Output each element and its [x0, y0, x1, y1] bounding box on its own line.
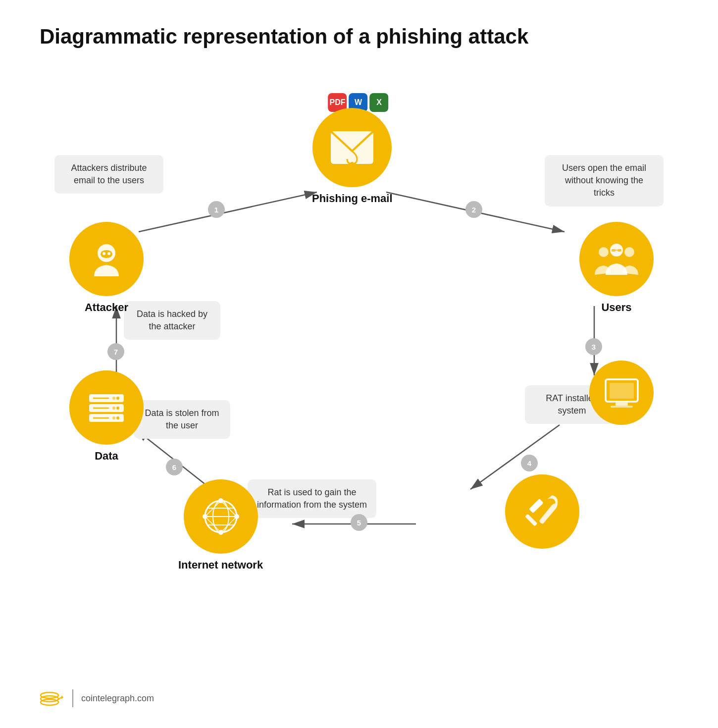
node-computer [589, 361, 654, 425]
svg-rect-23 [615, 403, 628, 406]
svg-rect-24 [611, 406, 633, 408]
node-phishing-email: PDF W X Phishing e-mail [312, 108, 393, 205]
svg-point-16 [599, 247, 609, 257]
users-label: Users [601, 301, 631, 314]
step-badge-1: 1 [208, 201, 225, 218]
step-badge-4: 4 [521, 455, 538, 471]
svg-rect-19 [617, 249, 621, 252]
computer-circle [589, 361, 654, 425]
svg-rect-26 [525, 514, 537, 526]
svg-marker-55 [61, 695, 63, 699]
callout-step6: Data is stolen from the user [134, 400, 230, 439]
node-users: Users [579, 222, 654, 314]
node-rat-tools [505, 474, 579, 549]
footer-site: cointelegraph.com [81, 693, 154, 704]
svg-point-14 [107, 252, 110, 255]
callout-step1: Attackers distribute email to the users [54, 155, 163, 194]
step-badge-7: 7 [107, 343, 124, 360]
data-label: Data [95, 450, 118, 463]
node-data: Data [69, 370, 144, 463]
excel-badge: X [369, 93, 388, 112]
callout-step2: Users open the email without knowing the… [545, 155, 664, 207]
phishing-email-label: Phishing e-mail [312, 192, 393, 205]
svg-point-47 [116, 416, 119, 419]
svg-rect-25 [529, 499, 544, 514]
internet-network-label: Internet network [178, 559, 263, 572]
footer-logo-icon [40, 688, 64, 708]
data-circle [69, 370, 144, 445]
internet-network-circle [184, 479, 258, 554]
step-badge-6: 6 [166, 459, 183, 475]
node-internet-network: Internet network [178, 479, 263, 572]
svg-rect-18 [612, 249, 615, 252]
footer: cointelegraph.com [40, 688, 154, 708]
svg-rect-22 [610, 383, 634, 399]
svg-point-43 [116, 397, 119, 400]
step-badge-3: 3 [585, 338, 602, 355]
users-circle [579, 222, 654, 296]
step-badge-2: 2 [465, 201, 482, 218]
node-attacker: Attacker [69, 222, 144, 314]
svg-line-2 [139, 192, 317, 232]
page-title: Diagrammatic representation of a phishin… [40, 25, 678, 49]
svg-point-48 [112, 416, 115, 419]
step-badge-5: 5 [351, 514, 367, 531]
attacker-circle [69, 222, 144, 296]
svg-point-44 [112, 397, 115, 400]
svg-point-17 [624, 247, 634, 257]
rat-tools-circle [505, 474, 579, 549]
footer-divider [72, 689, 73, 707]
svg-point-46 [112, 407, 115, 410]
attacker-label: Attacker [85, 301, 128, 314]
diagram: 1 2 3 4 5 6 7 Attackers distribute email… [40, 78, 678, 673]
svg-point-12 [101, 250, 112, 258]
page: Diagrammatic representation of a phishin… [0, 0, 718, 728]
svg-point-13 [103, 252, 105, 255]
phishing-email-circle [312, 108, 392, 187]
callout-step5: Rat is used to gain the information from… [248, 479, 376, 518]
svg-point-45 [116, 407, 119, 410]
